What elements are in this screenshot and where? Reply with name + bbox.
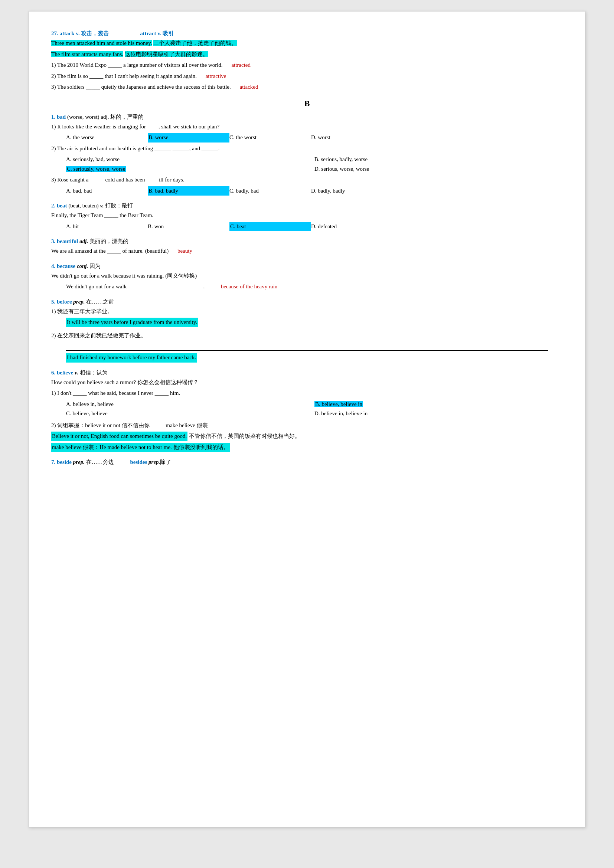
before-q1-answer: It will be three years before I graduate… — [66, 318, 563, 327]
section-believe: 6. believe v. 相信；认为 How could you believ… — [51, 369, 563, 453]
word-attack: 27. attack v. 攻击，袭击 — [51, 30, 109, 36]
before-header: 5. before prep. 在……之前 — [51, 298, 563, 305]
example1: Three men attacked him and stole his mon… — [51, 39, 563, 48]
q27-2-answer: attractive — [206, 73, 226, 79]
beautiful-header: 3. beautiful adj. 美丽的，漂亮的 — [51, 238, 563, 245]
example2: The film star attracts many fans. 这位电影明星… — [51, 50, 563, 59]
beat-q1-optC: C. beat — [229, 222, 311, 232]
bad-q1-optC: C. the worst — [229, 133, 311, 143]
word-because: 4. because — [51, 263, 75, 269]
example1-zh: 三个人袭击了他，抢走了他的钱。 — [154, 40, 237, 46]
example2-zh: 这位电影明星吸引了大群的影迷。 — [125, 51, 208, 57]
before-q2-underline — [66, 343, 548, 351]
example1-en: Three men attacked him and stole his mon… — [51, 40, 152, 46]
word-beside: 7. beside — [51, 459, 71, 465]
bad-q3-options: A. bad, bad B. bad, badly C. badly, bad … — [66, 186, 563, 196]
word-bad: 1. bad — [51, 114, 66, 120]
q27-3: 3) The soldiers _____ quietly the Japane… — [51, 82, 563, 92]
word-believe: 6. believe — [51, 370, 73, 375]
beautiful-q1: We are all amazed at the _____ of nature… — [51, 246, 563, 256]
word-before: 5. before — [51, 299, 72, 305]
believe-q1: 1) I don't _____ what he said, because I… — [51, 389, 563, 398]
believe-definition: v. 相信；认为 — [74, 370, 108, 375]
word-beautiful: 3. beautiful — [51, 238, 78, 244]
besides-definition: prep.除了 — [149, 459, 171, 465]
bad-q3-optD: D. badly, badly — [311, 186, 393, 196]
section-beat: 2. beat (beat, beaten) v. 打败；敲打 Finally,… — [51, 202, 563, 231]
bad-q2-options: A. seriously, bad, worse B. serious, bad… — [66, 155, 563, 174]
section-beside: 7. beside prep. 在……旁边 besides prep.除了 — [51, 459, 563, 466]
bad-q1: 1) It looks like the weather is changing… — [51, 122, 563, 132]
because-q1-answer: because of the heavy rain — [221, 284, 277, 290]
believe-q1-optC: C. believe, believe — [66, 409, 315, 418]
bad-q3-optC: C. badly, bad — [229, 186, 311, 196]
believe-q1-optB: B. believe, believe in — [315, 400, 563, 409]
bad-q1-optD: D. worst — [311, 133, 393, 143]
bad-q2-optD: D. serious, worse, worse — [315, 164, 563, 174]
beat-header: 2. beat (beat, beaten) v. 打败；敲打 — [51, 202, 563, 209]
section-beautiful: 3. beautiful adj. 美丽的，漂亮的 We are all ama… — [51, 238, 563, 256]
because-q1-sub: We didn't go out for a walk _____ _____ … — [66, 282, 563, 292]
beautiful-q1-answer: beauty — [177, 248, 192, 254]
bad-header: 1. bad (worse, worst) adj. 坏的，严重的 — [51, 113, 563, 121]
because-definition: conj. 因为 — [77, 263, 101, 269]
before-q2-answer: I had finished my homework before my fat… — [66, 353, 563, 363]
q27-1-answer: attracted — [231, 62, 251, 68]
section-27: 27. attack v. 攻击，袭击 attract v. 吸引 Three … — [51, 30, 563, 92]
section-bad: 1. bad (worse, worst) adj. 坏的，严重的 1) It … — [51, 113, 563, 196]
bad-q2-optC: C. seriously, worse, worse — [66, 164, 315, 174]
section-because: 4. because conj. 因为 We didn't go out for… — [51, 263, 563, 292]
q27-1: 1) The 2010 World Expo _____ a large num… — [51, 60, 563, 70]
because-q1: We didn't go out for a walk because it w… — [51, 271, 563, 281]
bad-q1-optB: B. worse — [148, 133, 229, 143]
section-b-title: B — [51, 99, 563, 108]
beat-q1-optA: A. hit — [66, 222, 148, 232]
bad-q1-options: A. the worse B. worse C. the worst D. wo… — [66, 133, 563, 143]
bad-q1-optA: A. the worse — [66, 133, 148, 143]
example2-en: The film star attracts many fans. — [51, 51, 123, 57]
beat-q1-options: A. hit B. won C. beat D. defeated — [66, 222, 563, 232]
believe-q2-note: 2) 词组掌握：believe it or not 信不信由你 make bel… — [51, 421, 563, 431]
q27-3-answer: attacked — [240, 84, 258, 90]
section-before: 5. before prep. 在……之前 1) 我还有三年大学毕业。 It w… — [51, 298, 563, 363]
bad-q2: 2) The air is polluted and our health is… — [51, 144, 563, 153]
beat-definition: (beat, beaten) v. 打败；敲打 — [68, 203, 133, 209]
before-q2: 2) 在父亲回来之前我已经做完了作业。 — [51, 331, 563, 341]
bad-q3: 3) Rose caught a _____ cold and has been… — [51, 175, 563, 185]
word-beat: 2. beat — [51, 203, 67, 209]
believe-q1-options: A. believe in, believe B. believe, belie… — [66, 400, 563, 418]
before-q1: 1) 我还有三年大学毕业。 — [51, 307, 563, 316]
believe-q1-optD: D. believe in, believe in — [315, 409, 563, 418]
bad-q2-optB: B. serious, badly, worse — [315, 155, 563, 164]
believe-header: 6. believe v. 相信；认为 — [51, 369, 563, 376]
beat-q1-optD: D. defeated — [311, 222, 393, 232]
believe-example2: Believe it or not, English food can some… — [51, 432, 563, 441]
beat-q1-optB: B. won — [148, 222, 229, 232]
q27-2: 2) The film is so _____ that I can't hel… — [51, 71, 563, 81]
bad-definition: (worse, worst) adj. 坏的，严重的 — [67, 114, 144, 120]
bad-q2-optA: A. seriously, bad, worse — [66, 155, 315, 164]
word-besides: besides — [130, 459, 147, 465]
believe-example1: How could you believe such a rumor? 你怎么会… — [51, 378, 563, 388]
bad-q3-optA: A. bad, bad — [66, 186, 148, 196]
because-header: 4. because conj. 因为 — [51, 263, 563, 270]
word-attract: attract v. 吸引 — [140, 30, 174, 36]
page: 27. attack v. 攻击，袭击 attract v. 吸引 Three … — [29, 11, 585, 828]
before-definition: prep. 在……之前 — [73, 299, 114, 305]
bad-q3-optB: B. bad, badly — [148, 186, 229, 196]
believe-example3: make believe 假装：He made believe not to h… — [51, 443, 563, 453]
believe-q1-optA: A. believe in, believe — [66, 400, 315, 409]
beat-q1: Finally, the Tiger Team _____ the Bear T… — [51, 211, 563, 220]
word-27-header: 27. attack v. 攻击，袭击 attract v. 吸引 — [51, 30, 563, 37]
beside-definition: prep. 在……旁边 — [73, 459, 114, 465]
beautiful-definition: adj. 美丽的，漂亮的 — [79, 238, 129, 244]
beside-header: 7. beside prep. 在……旁边 besides prep.除了 — [51, 459, 563, 466]
